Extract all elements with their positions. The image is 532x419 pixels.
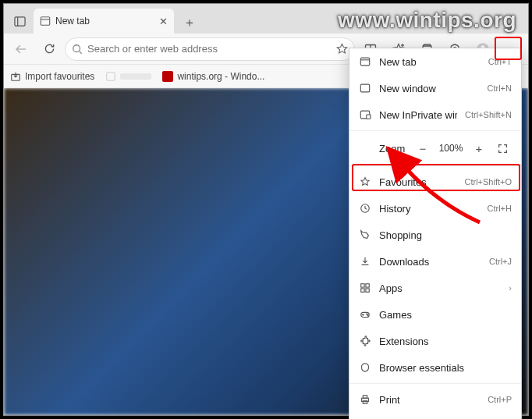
tab-actions-icon[interactable] [7, 9, 32, 34]
download-icon [359, 256, 371, 267]
import-icon [10, 71, 21, 82]
menu-shortcut: Ctrl+T [488, 57, 512, 66]
extensions-icon [359, 336, 371, 346]
svg-rect-33 [363, 396, 367, 399]
svg-rect-2 [41, 17, 49, 26]
import-favourites-button[interactable]: Import favourites [10, 71, 94, 82]
bookmark-wintips[interactable]: wintips.org - Windo... [162, 71, 264, 82]
svg-rect-21 [367, 115, 371, 119]
browser-window: New tab ✕ ＋ ⋯ Import favourites [3, 3, 529, 416]
bookmark-item[interactable] [105, 71, 151, 82]
svg-rect-26 [366, 289, 369, 292]
menu-label: New tab [379, 56, 481, 68]
apps-icon [359, 282, 371, 293]
menu-games[interactable]: Games [349, 301, 521, 328]
menu-apps[interactable]: Apps › [349, 275, 521, 301]
menu-favourites[interactable]: Favourites Ctrl+Shift+O [349, 169, 521, 195]
window-icon [359, 83, 371, 94]
back-button[interactable] [9, 37, 34, 62]
svg-rect-23 [361, 284, 364, 287]
menu-print[interactable]: Print Ctrl+P [349, 386, 521, 413]
svg-rect-0 [14, 16, 24, 25]
tab-strip: New tab ✕ ＋ [4, 4, 528, 34]
svg-point-31 [367, 314, 368, 315]
menu-essentials[interactable]: Browser essentials [349, 354, 521, 381]
zoom-value: 100% [437, 143, 465, 154]
settings-menu: New tab Ctrl+T New window Ctrl+N New InP… [349, 48, 522, 419]
close-tab-icon[interactable]: ✕ [159, 16, 168, 27]
history-icon [359, 203, 371, 214]
svg-rect-19 [360, 84, 369, 92]
menu-zoom: Zoom − 100% + [349, 133, 521, 163]
menu-extensions[interactable]: Extensions [349, 328, 521, 354]
games-icon [359, 309, 371, 320]
new-tab-button[interactable]: ＋ [179, 12, 200, 34]
newtab-page-icon [40, 16, 51, 27]
svg-rect-17 [360, 58, 369, 66]
svg-line-5 [80, 51, 82, 53]
newtab-icon [359, 56, 371, 67]
search-icon [72, 44, 83, 55]
wintips-favicon [162, 71, 173, 82]
inprivate-icon [359, 109, 371, 120]
svg-rect-25 [361, 289, 364, 292]
menu-downloads[interactable]: Downloads Ctrl+J [349, 248, 521, 275]
menu-inprivate[interactable]: New InPrivate window Ctrl+Shift+N [349, 101, 521, 128]
print-icon [359, 394, 371, 405]
menu-shopping[interactable]: Shopping [349, 222, 521, 248]
svg-point-4 [73, 44, 80, 51]
zoom-in-button[interactable]: + [470, 139, 488, 158]
import-favourites-label: Import favourites [25, 71, 94, 82]
shopping-icon [359, 229, 371, 240]
svg-point-30 [367, 314, 367, 314]
zoom-out-button[interactable]: − [413, 139, 432, 158]
chevron-right-icon: › [509, 283, 512, 293]
star-icon[interactable] [336, 43, 348, 55]
star-plus-icon [359, 176, 371, 187]
menu-new-tab[interactable]: New tab Ctrl+T [349, 48, 521, 75]
address-input[interactable] [87, 43, 332, 55]
zoom-label: Zoom [359, 143, 409, 154]
svg-rect-16 [107, 72, 115, 80]
fullscreen-icon[interactable] [493, 139, 512, 158]
address-bar[interactable] [65, 37, 355, 61]
menu-history[interactable]: History Ctrl+H [349, 195, 521, 222]
svg-rect-34 [363, 401, 367, 404]
browser-tab[interactable]: New tab ✕ [34, 9, 174, 34]
refresh-button[interactable] [37, 37, 62, 62]
bookmark-label: wintips.org - Windo... [177, 71, 264, 82]
menu-capture[interactable]: Web capture Ctrl+Shift+S [349, 413, 521, 419]
tab-title: New tab [55, 16, 90, 27]
heart-shield-icon [359, 362, 371, 373]
menu-new-window[interactable]: New window Ctrl+N [349, 75, 521, 101]
svg-rect-24 [366, 284, 369, 287]
